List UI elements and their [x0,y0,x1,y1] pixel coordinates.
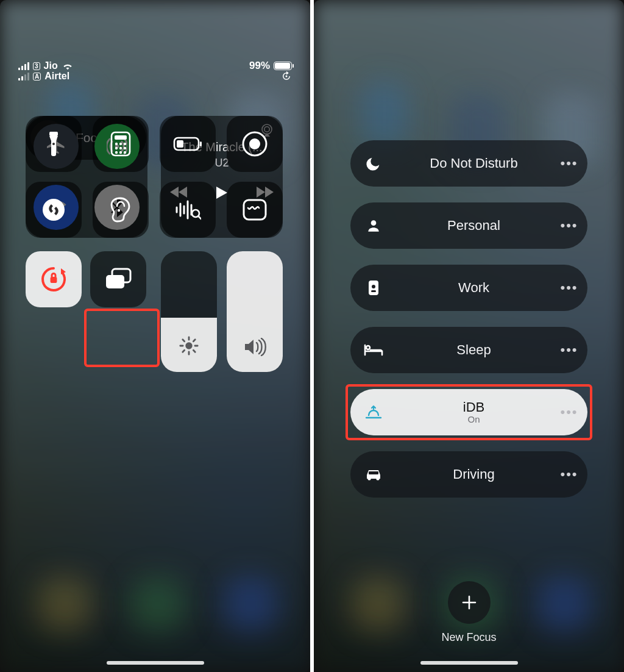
svg-rect-24 [177,140,183,148]
focus-row-dnd[interactable]: Do Not Disturb ••• [350,140,587,187]
new-focus-button[interactable]: New Focus [441,581,496,644]
plus-icon [461,595,477,610]
brightness-icon [179,335,199,356]
sim1-badge: 3 [33,62,40,70]
svg-rect-23 [200,141,202,146]
sound-recognition-button[interactable] [160,182,216,238]
svg-rect-4 [51,277,57,283]
svg-rect-9 [49,132,58,136]
focus-row-work[interactable]: Work ••• [350,265,587,311]
signal-bars-icon [18,72,29,80]
wifi-status-icon [62,62,74,71]
svg-rect-34 [371,290,376,292]
battery-percent: 99% [249,60,270,72]
focus-row-label: Personal [397,218,551,234]
svg-point-35 [367,477,370,480]
flashlight-toggle[interactable] [26,116,82,172]
svg-point-31 [371,220,377,226]
screen-mirroring-icon [104,267,132,291]
focus-row-driving[interactable]: Driving ••• [350,451,587,498]
focus-row-sleep[interactable]: Sleep ••• [350,327,587,373]
svg-rect-6 [106,275,124,288]
focus-modes-list: Do Not Disturb ••• Personal ••• Work •••… [350,140,587,498]
svg-point-28 [118,209,120,212]
svg-rect-12 [115,135,127,140]
volume-slider[interactable] [227,251,283,372]
carrier-2: Airtel [44,71,69,82]
annotation-highlight [346,384,592,440]
svg-point-14 [119,143,122,145]
control-center-screen: 3 Jio 99% A Airtel [0,0,310,672]
rotation-lock-status-icon [281,71,292,82]
svg-point-27 [43,199,65,221]
calculator-button[interactable] [93,116,149,172]
flashlight-icon [46,130,61,157]
moon-icon [365,155,382,172]
svg-point-26 [249,138,260,149]
focus-row-label: Do Not Disturb [397,155,551,171]
svg-point-20 [119,151,122,154]
shazam-button[interactable] [26,182,82,238]
quick-note-button[interactable] [227,182,283,238]
shazam-icon [41,198,66,222]
focus-row-label: Sleep [397,342,551,358]
more-button[interactable]: ••• [551,218,587,234]
brightness-slider[interactable] [161,251,217,372]
battery-icon [274,62,292,70]
ear-icon [110,197,132,223]
focus-row-label: Driving [397,466,551,482]
signal-bars-icon [18,62,29,70]
svg-point-13 [115,143,118,145]
annotation-highlight [84,309,160,367]
svg-point-15 [124,143,126,145]
more-button[interactable]: ••• [551,466,587,482]
quick-note-icon [242,198,268,221]
more-button[interactable]: ••• [551,155,587,171]
sim2-badge: A [33,73,41,80]
focus-row-personal[interactable]: Personal ••• [350,202,587,249]
screen-mirroring-button[interactable] [90,251,146,307]
low-power-icon [173,136,202,152]
svg-point-10 [52,143,55,145]
screen-recording-button[interactable] [227,116,283,172]
svg-point-0 [286,76,288,77]
svg-point-17 [119,147,122,149]
rotation-lock-icon [39,265,68,294]
waveform-search-icon [174,199,201,221]
focus-row-label: Work [397,280,551,296]
more-button[interactable]: ••• [551,342,587,358]
new-focus-label: New Focus [441,631,496,644]
record-icon [241,130,268,157]
svg-point-16 [115,147,118,149]
svg-point-18 [124,147,126,149]
volume-icon [243,338,266,356]
hearing-button[interactable] [93,182,149,238]
calculator-icon [110,131,131,157]
car-icon [363,467,384,482]
focus-list-screen: Do Not Disturb ••• Personal ••• Work •••… [314,0,624,672]
svg-point-33 [372,285,375,288]
carrier-1: Jio [44,60,58,71]
low-power-mode-toggle[interactable] [160,116,216,172]
svg-point-21 [124,151,126,154]
svg-point-8 [185,342,192,349]
home-indicator[interactable] [107,661,204,665]
more-button[interactable]: ••• [551,280,587,296]
rotation-lock-toggle[interactable] [26,251,82,307]
person-icon [366,218,381,234]
bed-icon [363,343,384,357]
svg-rect-37 [369,471,378,474]
home-indicator[interactable] [420,661,518,665]
status-bar: 3 Jio 99% A Airtel [0,0,310,87]
svg-point-19 [115,151,118,154]
svg-point-36 [376,477,379,480]
badge-icon [366,279,381,297]
